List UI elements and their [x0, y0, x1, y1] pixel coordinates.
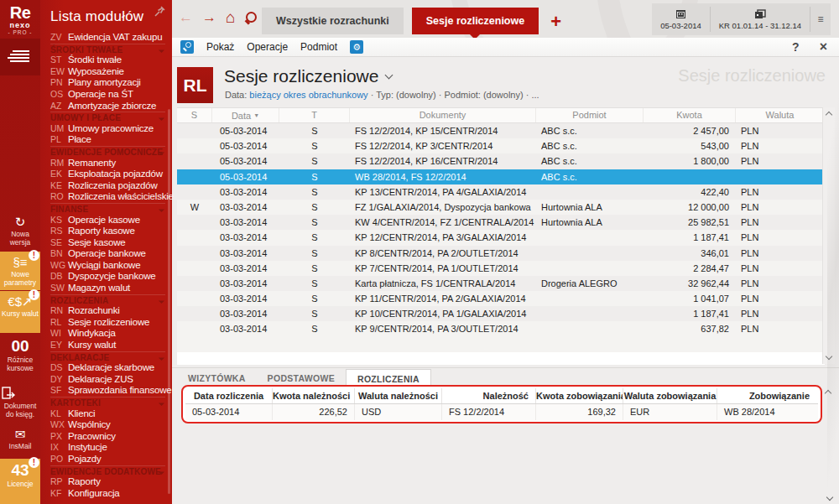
menu-item-sf[interactable]: SFSprawozdania finansowe	[50, 385, 172, 397]
menu-item-wg[interactable]: WGWyciągi bankowe	[50, 260, 172, 272]
menu-item-az[interactable]: AZAmortyzacje zbiorcze	[50, 101, 172, 112]
table-row[interactable]: 03-03-2014SKP 7/CENTR/2014, PA 1/OUTLET/…	[177, 261, 825, 276]
detail-column-header[interactable]: Waluta należności	[355, 388, 442, 403]
menu-section[interactable]: ŚRODKI TRWAŁE	[50, 44, 165, 55]
table-row[interactable]: 05-03-2014SFS 12/2/2014, KP 15/CENTR/201…	[177, 123, 825, 138]
detail-column-header[interactable]: Kwota zobowiązania	[536, 388, 623, 403]
panel-scrollbar[interactable]	[168, 109, 170, 494]
rail-item-dokument-do-ksieg[interactable]: Dokument do księg.	[0, 383, 40, 423]
period-widget[interactable]: KR 01.01.14 - 31.12.14	[711, 3, 810, 35]
menu-item-ey[interactable]: EYKursy walut	[50, 340, 172, 351]
table-row[interactable]: 03-03-2014SKW 4/CENTR/2014, FZ 1/CENTRAL…	[177, 215, 825, 230]
menu-item-pl[interactable]: PLPłace	[50, 134, 172, 146]
table-row[interactable]: 03-03-2014SKP 12/CENTR/2014, PA 3/GALAXI…	[177, 230, 825, 245]
table-row[interactable]: 03-03-2014SKP 11/CENTR/2014, PA 2/GALAXI…	[177, 291, 825, 306]
filter-search-button[interactable]	[180, 40, 194, 54]
back-icon[interactable]: ←	[179, 9, 193, 26]
menu-item-wx[interactable]: WXWspólnicy	[50, 419, 172, 431]
home-icon[interactable]: ⌂	[226, 9, 235, 26]
table-scrollbar[interactable]	[822, 107, 835, 364]
menu-section[interactable]: DEKLARACJE	[50, 351, 165, 363]
menu-item-dy[interactable]: DYDeklaracje ZUS	[50, 374, 172, 386]
menu-section[interactable]: KARTOTEKI	[50, 397, 165, 408]
detail-column-header[interactable]: Zobowiązanie	[717, 388, 816, 403]
menu-item-ek[interactable]: EKEksploatacja pojazdów	[50, 169, 172, 180]
table-row[interactable]: 03-03-2014SKP 13/CENTR/2014, PA 4/GALAXI…	[177, 184, 825, 200]
rail-item-nowa-wersja[interactable]: ↻Nowa wersja	[0, 211, 40, 250]
search-icon[interactable]	[244, 12, 257, 24]
menu-item-ro[interactable]: RORozliczenia właścicielskie	[50, 191, 172, 203]
rail-item-insmail[interactable]: ✉InsMail	[0, 423, 40, 459]
menu-item-zv[interactable]: ZVEwidencja VAT zakupu	[50, 32, 172, 44]
table-row[interactable]: W03-03-2014SFZ 1/GALAXIA/2014, Dyspozycj…	[177, 200, 825, 215]
table-row[interactable]: 03-03-2014SKP 8/CENTR/2014, PA 2/OUTLET/…	[177, 246, 825, 261]
close-button[interactable]: ×	[820, 39, 827, 55]
menu-item-px[interactable]: PXPracownicy	[50, 431, 172, 443]
column-header-t[interactable]: T	[279, 108, 350, 122]
detail-column-header[interactable]: Waluta zobowiązania	[623, 388, 717, 403]
menu-item-sw[interactable]: SWMagazyn walut	[50, 283, 172, 294]
menu-item-rl[interactable]: RLSesje rozliczeniowe	[50, 317, 172, 329]
column-header-waluta[interactable]: Waluta	[736, 108, 825, 122]
menu-item-rs[interactable]: RSRaporty kasowe	[50, 226, 172, 237]
menu-item-rm[interactable]: RMRemanenty	[50, 158, 172, 169]
document-tab[interactable]: Sesje rozliczeniowe	[412, 8, 539, 34]
menu-item-rn[interactable]: RNRozrachunki	[50, 305, 172, 317]
column-header-kwota[interactable]: Kwota	[644, 108, 736, 122]
toolbar-item-podmiot[interactable]: Podmiot	[300, 41, 337, 53]
toolbar-item-pokaz[interactable]: Pokaż	[206, 41, 234, 53]
column-header-dokumenty[interactable]: Dokumenty	[350, 108, 536, 122]
table-row[interactable]: 03-03-2014SKP 10/CENTR/2014, PA 1/GALAXI…	[177, 306, 825, 321]
detail-scroll-up-icon[interactable]	[825, 390, 831, 397]
menu-item-kf[interactable]: KFKonfiguracja	[50, 488, 172, 500]
menu-item-um[interactable]: UMUmowy pracownicze	[50, 123, 172, 135]
menu-item-ew[interactable]: EWWyposażenie	[50, 66, 172, 78]
detail-column-header[interactable]: Data rozliczenia	[185, 388, 273, 403]
scroll-down-icon[interactable]	[826, 353, 832, 360]
new-tab-button[interactable]: +	[550, 9, 561, 34]
menu-item-st[interactable]: STŚrodki trwałe	[50, 55, 172, 66]
menu-item-ks[interactable]: KSOperacje kasowe	[50, 215, 172, 226]
scroll-up-icon[interactable]	[826, 112, 832, 118]
document-tab[interactable]: Wszystkie rozrachunki	[262, 8, 404, 34]
rail-item-roznice-kursowe[interactable]: 00Różnice kursowe	[0, 335, 40, 382]
detail-table-row[interactable]: 05-03-2014226,52USDFS 12/2/2014169,32EUR…	[185, 404, 818, 420]
menu-section[interactable]: ROZLICZENIA	[50, 294, 165, 306]
menu-item-se[interactable]: SESesje kasowe	[50, 237, 172, 249]
menu-item-pn[interactable]: PNPlany amortyzacji	[50, 77, 172, 89]
settings-button[interactable]: ⚙	[350, 40, 363, 54]
menu-item-ds[interactable]: DSDeklaracje skarbowe	[50, 362, 172, 374]
column-header-podmiot[interactable]: Podmiot	[536, 108, 644, 122]
column-header-s[interactable]: S	[177, 108, 212, 122]
menu-item-bn[interactable]: BNOperacje bankowe	[50, 248, 172, 260]
menu-section[interactable]: FINANSE	[50, 203, 165, 215]
table-row[interactable]: 05-03-2014SFS 12/2/2014, KP 16/CENTR/201…	[177, 153, 825, 169]
period-filter-link[interactable]: bieżący okres obrachunkowy	[249, 90, 367, 100]
menu-item-ix[interactable]: IXInstytucje	[50, 442, 172, 454]
table-row[interactable]: 05-03-2014SWB 28/2014, FS 12/2/2014ABC s…	[177, 169, 825, 184]
help-button[interactable]: ?	[792, 40, 800, 54]
detail-column-header[interactable]: Należność	[442, 388, 536, 403]
rail-item-nowe-parametry[interactable]: !§≡Nowe parametry	[0, 252, 40, 290]
rail-item-licencje[interactable]: !43Licencje	[0, 459, 40, 504]
menu-item-ke[interactable]: KERozliczenia pojazdów	[50, 180, 172, 192]
dates-menu-icon[interactable]: ≡	[810, 3, 831, 35]
corner-scroll-icon[interactable]	[826, 494, 833, 501]
forward-icon[interactable]: →	[202, 9, 216, 26]
table-row[interactable]: 05-03-2014SFS 12/2/2014, KP 3/CENTR/2014…	[177, 138, 825, 153]
menu-item-po[interactable]: POPojazdy	[50, 454, 172, 465]
menu-item-db[interactable]: DBDyspozycje bankowe	[50, 271, 172, 283]
detail-column-header[interactable]: Kwota należności	[273, 388, 355, 403]
current-date-widget[interactable]: 05-03-2014	[652, 3, 710, 35]
pin-icon[interactable]	[154, 6, 165, 17]
module-menu-button[interactable]	[0, 39, 40, 75]
page-title[interactable]: Sesje rozliczeniowe	[224, 66, 392, 86]
menu-item-os[interactable]: OSOperacje na ŚT	[50, 89, 172, 101]
menu-section[interactable]: UMOWY I PŁACE	[50, 112, 165, 123]
rail-item-kursy-walut[interactable]: !€$↗Kursy walut	[0, 291, 40, 333]
column-header-data[interactable]: Data ▼	[212, 108, 279, 122]
menu-section[interactable]: EWIDENCJE POMOCNICZE	[50, 146, 165, 158]
menu-section[interactable]: EWIDENCJE DODATKOWE	[50, 465, 165, 477]
menu-item-rp[interactable]: RPRaporty	[50, 476, 172, 488]
table-row[interactable]: 03-03-2014SKarta płatnicza, FS 1/CENTRAL…	[177, 276, 825, 291]
